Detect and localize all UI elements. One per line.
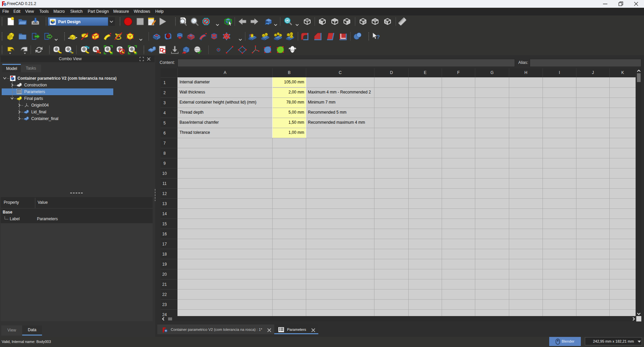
svg-text:?: ? — [376, 34, 380, 40]
